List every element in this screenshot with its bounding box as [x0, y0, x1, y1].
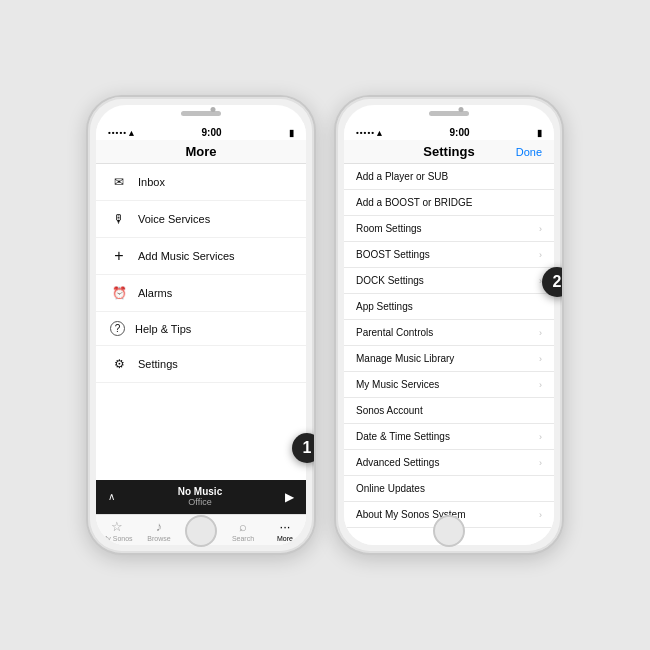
menu-item-inbox[interactable]: ✉ Inbox [96, 164, 306, 201]
phone-2: ••••• ▴ 9:00 ▮ Settings Done Add a Playe… [334, 95, 564, 555]
help-label: Help & Tips [135, 323, 292, 335]
library-label: Manage Music Library [356, 353, 539, 364]
settings-item-library[interactable]: Manage Music Library › [344, 346, 554, 372]
player-track: No Music Office [178, 486, 222, 507]
parental-controls-label: Parental Controls [356, 327, 539, 338]
phone-2-nav-title: Settings [423, 144, 474, 159]
phone-1-nav-title: More [185, 144, 216, 159]
settings-item-boost[interactable]: BOOST Settings › [344, 242, 554, 268]
more-icon: ··· [280, 519, 291, 534]
inbox-label: Inbox [138, 176, 292, 188]
my-sonos-icon: ☆ [111, 519, 123, 534]
menu-item-settings[interactable]: ⚙ Settings [96, 346, 306, 383]
step-badge-1: 1 [292, 433, 316, 463]
settings-label: Settings [138, 358, 292, 370]
battery-icon: ▮ [289, 128, 294, 138]
tab-my-sonos-label: My Sonos [101, 535, 132, 542]
search-icon: ⌕ [239, 519, 247, 534]
settings-item-updates[interactable]: Online Updates [344, 476, 554, 502]
alarms-icon: ⏰ [110, 284, 128, 302]
tab-search-label: Search [232, 535, 254, 542]
advanced-chevron: › [539, 458, 542, 468]
player-chevron-up[interactable]: ∧ [108, 491, 115, 502]
music-services-chevron: › [539, 380, 542, 390]
tab-browse-label: Browse [147, 535, 170, 542]
player-room: Office [178, 497, 222, 507]
phone-1-content: ✉ Inbox 🎙 Voice Services + Add Music Ser… [96, 164, 306, 480]
phone-1-time: 9:00 [202, 127, 222, 138]
room-settings-label: Room Settings [356, 223, 539, 234]
phone-1-speaker [181, 111, 221, 116]
player-title: No Music [178, 486, 222, 497]
inbox-icon: ✉ [110, 173, 128, 191]
phone-1-screen: ••••• ▴ 9:00 ▮ More ✉ Inbox 🎙 Voice Se [96, 105, 306, 545]
play-button[interactable]: ▶ [285, 490, 294, 504]
phone-1: ••••• ▴ 9:00 ▮ More ✉ Inbox 🎙 Voice Se [86, 95, 316, 555]
phone-2-speaker [429, 111, 469, 116]
settings-item-dock[interactable]: DOCK Settings › [344, 268, 554, 294]
advanced-label: Advanced Settings [356, 457, 539, 468]
phone-2-signal: ••••• ▴ [356, 128, 382, 138]
phone-2-status-bar: ••••• ▴ 9:00 ▮ [344, 123, 554, 140]
phone-2-home-button[interactable] [433, 515, 465, 547]
music-services-label: My Music Services [356, 379, 539, 390]
tab-search[interactable]: ⌕ Search [222, 515, 264, 545]
phone-1-nav-bar: More [96, 140, 306, 164]
settings-item-app[interactable]: App Settings [344, 294, 554, 320]
app-settings-label: App Settings [356, 301, 542, 312]
settings-item-room[interactable]: Room Settings › [344, 216, 554, 242]
account-label: Sonos Account [356, 405, 542, 416]
settings-item-music-services[interactable]: My Music Services › [344, 372, 554, 398]
menu-item-add-music[interactable]: + Add Music Services [96, 238, 306, 275]
phone-2-content: Add a Player or SUB Add a BOOST or BRIDG… [344, 164, 554, 545]
about-chevron: › [539, 510, 542, 520]
boost-settings-label: BOOST Settings [356, 249, 539, 260]
room-chevron: › [539, 224, 542, 234]
tab-more[interactable]: ··· More [264, 515, 306, 545]
voice-icon: 🎙 [110, 210, 128, 228]
updates-label: Online Updates [356, 483, 542, 494]
dock-settings-label: DOCK Settings [356, 275, 539, 286]
add-music-icon: + [110, 247, 128, 265]
phone-1-home-button[interactable] [185, 515, 217, 547]
signal-dots: ••••• [108, 128, 127, 137]
add-player-label: Add a Player or SUB [356, 171, 542, 182]
phone-1-status-bar: ••••• ▴ 9:00 ▮ [96, 123, 306, 140]
settings-item-account[interactable]: Sonos Account [344, 398, 554, 424]
player-bar[interactable]: ∧ No Music Office ▶ [96, 480, 306, 514]
help-icon: ? [110, 321, 125, 336]
phones-container: ••••• ▴ 9:00 ▮ More ✉ Inbox 🎙 Voice Se [86, 95, 564, 555]
voice-label: Voice Services [138, 213, 292, 225]
boost-chevron: › [539, 250, 542, 260]
library-chevron: › [539, 354, 542, 364]
browse-icon: ♪ [156, 519, 163, 534]
alarms-label: Alarms [138, 287, 292, 299]
phone-1-camera [211, 107, 216, 112]
add-music-label: Add Music Services [138, 250, 292, 262]
wifi-icon-2: ▴ [377, 128, 382, 138]
menu-item-alarms[interactable]: ⏰ Alarms [96, 275, 306, 312]
player-top: ∧ No Music Office ▶ [108, 486, 294, 507]
settings-item-add-boost[interactable]: Add a BOOST or BRIDGE [344, 190, 554, 216]
tab-my-sonos[interactable]: ☆ My Sonos [96, 515, 138, 545]
phone-1-signal: ••••• ▴ [108, 128, 134, 138]
phone-2-time: 9:00 [450, 127, 470, 138]
tab-more-label: More [277, 535, 293, 542]
menu-item-help[interactable]: ? Help & Tips [96, 312, 306, 346]
parental-chevron: › [539, 328, 542, 338]
settings-item-add-player[interactable]: Add a Player or SUB [344, 164, 554, 190]
phone-2-nav-bar: Settings Done [344, 140, 554, 164]
datetime-label: Date & Time Settings [356, 431, 539, 442]
done-button[interactable]: Done [516, 146, 542, 158]
signal-dots-2: ••••• [356, 128, 375, 137]
tab-browse[interactable]: ♪ Browse [138, 515, 180, 545]
settings-item-parental[interactable]: Parental Controls › [344, 320, 554, 346]
datetime-chevron: › [539, 432, 542, 442]
phone-2-camera [459, 107, 464, 112]
add-boost-label: Add a BOOST or BRIDGE [356, 197, 542, 208]
settings-item-advanced[interactable]: Advanced Settings › [344, 450, 554, 476]
wifi-icon: ▴ [129, 128, 134, 138]
settings-icon: ⚙ [110, 355, 128, 373]
menu-item-voice[interactable]: 🎙 Voice Services [96, 201, 306, 238]
settings-item-datetime[interactable]: Date & Time Settings › [344, 424, 554, 450]
